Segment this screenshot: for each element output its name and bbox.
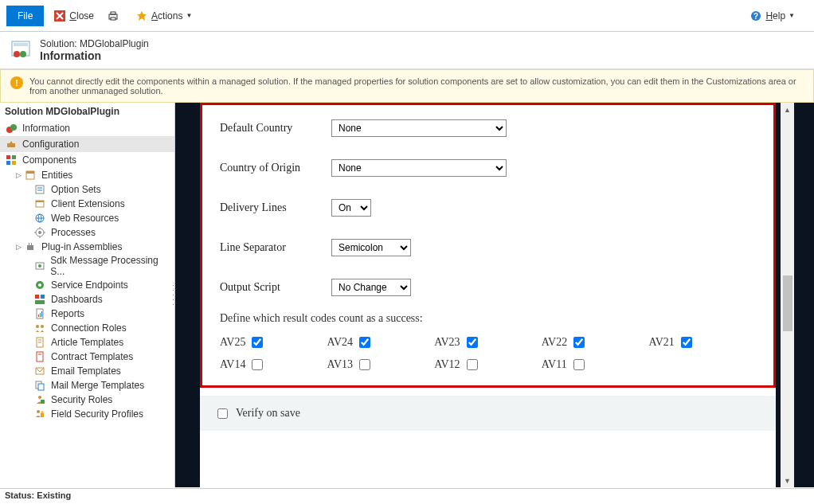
result-code-cell: AV11 [542, 358, 649, 371]
result-code-label: AV14 [220, 358, 245, 371]
result-code-checkbox[interactable] [252, 359, 263, 370]
tree-item-connection-roles[interactable]: Connection Roles [29, 321, 174, 335]
svg-point-29 [38, 231, 41, 234]
help-icon: ? [749, 10, 762, 22]
tree-label: Reports [51, 308, 84, 319]
page-header: Solution: MDGlobalPlugin Information [0, 32, 814, 69]
tree-item-email-templates[interactable]: Email Templates [29, 364, 174, 378]
highlighted-region: Default Country None Country of Origin N… [200, 103, 776, 388]
output-script-select[interactable]: No Change [331, 279, 411, 296]
help-label: Help [765, 10, 785, 21]
svg-rect-3 [111, 18, 115, 20]
svg-rect-38 [41, 295, 45, 299]
expander-icon[interactable]: ▷ [16, 243, 24, 251]
content-area: Default Country None Country of Origin N… [175, 103, 814, 487]
print-icon [107, 10, 119, 22]
result-code-checkbox[interactable] [359, 359, 370, 370]
default-country-select[interactable]: None [331, 119, 507, 137]
line-separator-label: Line Separator [220, 241, 331, 254]
vertical-scrollbar[interactable]: ▲ ▼ [781, 103, 794, 487]
sidebar-item-configuration[interactable]: Configuration [0, 136, 174, 152]
tree-item-option-sets[interactable]: Option Sets [29, 182, 174, 197]
tree-label: Field Security Profiles [51, 408, 143, 420]
scroll-down-icon[interactable]: ▼ [781, 474, 794, 487]
close-icon [53, 10, 66, 22]
svg-point-34 [38, 264, 41, 268]
result-code-cell: AV21 [648, 336, 756, 349]
result-code-checkbox[interactable] [573, 337, 585, 348]
result-code-checkbox[interactable] [467, 359, 478, 370]
scroll-thumb[interactable] [783, 275, 792, 331]
country-origin-select[interactable]: None [331, 159, 507, 177]
svg-point-36 [38, 283, 41, 287]
svg-rect-13 [7, 143, 15, 147]
tree-item-field-security[interactable]: Field Security Profiles [29, 407, 174, 421]
default-country-label: Default Country [220, 122, 331, 135]
tree-item-processes[interactable]: Processes [29, 225, 174, 240]
line-separator-select[interactable]: Semicolon [331, 239, 411, 256]
svg-text:?: ? [753, 12, 758, 21]
print-button[interactable] [107, 10, 123, 22]
result-code-cell: AV25 [220, 336, 327, 349]
tree-item-plugin-assemblies[interactable]: ▷Plug-in Assemblies [11, 240, 174, 254]
svg-rect-58 [41, 412, 43, 413]
article-icon [33, 336, 46, 349]
solution-name: Solution: MDGlobalPlugin [40, 38, 149, 49]
tree-item-dashboards[interactable]: Dashboards [29, 292, 174, 307]
tree-item-service-endpoints[interactable]: Service Endpoints [29, 278, 174, 292]
result-code-checkbox[interactable] [467, 337, 478, 348]
file-button[interactable]: File [6, 6, 44, 26]
verify-row: Verify on save [200, 396, 776, 431]
sidebar-item-components[interactable]: Components [0, 152, 174, 168]
result-code-checkbox[interactable] [573, 359, 585, 370]
tree-item-web-resources[interactable]: Web Resources [29, 211, 174, 225]
result-code-checkbox[interactable] [681, 337, 692, 348]
svg-point-45 [41, 325, 44, 328]
svg-rect-8 [14, 43, 28, 46]
mailmerge-icon [33, 379, 46, 392]
result-code-checkbox[interactable] [359, 337, 370, 348]
svg-rect-57 [41, 413, 44, 417]
svg-point-44 [36, 325, 39, 328]
processes-icon [33, 226, 46, 239]
svg-point-10 [20, 51, 26, 57]
actions-button[interactable]: Actions ▼ [135, 10, 192, 22]
tree-item-contract-templates[interactable]: Contract Templates [29, 350, 174, 364]
tree-label: Email Templates [51, 365, 121, 377]
close-button[interactable]: Close [53, 10, 94, 22]
svg-rect-2 [111, 12, 115, 14]
entities-icon [24, 169, 37, 182]
result-code-label: AV12 [434, 358, 460, 371]
tree-item-security-roles[interactable]: Security Roles [29, 393, 174, 407]
expander-icon[interactable]: ▷ [16, 171, 24, 179]
secroles-icon [33, 393, 46, 406]
reports-icon [33, 307, 46, 320]
tree-item-sdk-message[interactable]: Sdk Message Processing S... [29, 254, 174, 278]
scroll-up-icon[interactable]: ▲ [781, 103, 794, 116]
tree-label: Web Resources [51, 213, 119, 224]
verify-label: Verify on save [236, 407, 300, 420]
svg-rect-17 [12, 161, 16, 165]
result-code-checkbox[interactable] [252, 337, 263, 348]
sidebar-item-information[interactable]: Information [0, 120, 174, 136]
result-code-label: AV13 [327, 358, 353, 371]
tree-item-reports[interactable]: Reports [29, 307, 174, 321]
contract-icon [33, 350, 46, 363]
delivery-lines-select[interactable]: On [331, 199, 371, 217]
svg-point-54 [38, 396, 41, 399]
tree-item-article-templates[interactable]: Article Templates [29, 335, 174, 350]
output-script-label: Output Script [220, 281, 331, 294]
sidebar-item-label: Configuration [22, 139, 79, 150]
plugin-icon [24, 240, 37, 253]
tree-item-mail-merge[interactable]: Mail Merge Templates [29, 378, 174, 393]
tree-item-entities[interactable]: ▷Entities [11, 168, 174, 182]
result-code-cell: AV12 [434, 358, 542, 371]
svg-marker-4 [137, 11, 147, 21]
verify-checkbox[interactable] [217, 408, 228, 419]
result-code-label: AV11 [542, 358, 567, 371]
result-code-cell: AV23 [434, 336, 542, 349]
tree-item-client-extensions[interactable]: Client Extensions [29, 197, 174, 211]
components-icon [5, 154, 18, 166]
tree-label: Option Sets [51, 184, 101, 195]
help-button[interactable]: ? Help ▼ [749, 10, 795, 22]
